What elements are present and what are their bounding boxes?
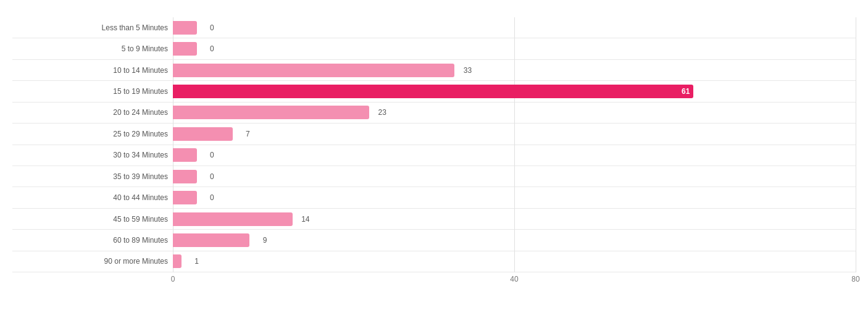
bar-track: 61 xyxy=(173,81,856,101)
bar-label: 20 to 24 Minutes xyxy=(12,108,173,117)
bar-value-label: 0 xyxy=(210,44,214,53)
bar-value-label: 0 xyxy=(210,193,214,202)
chart-container: Less than 5 Minutes05 to 9 Minutes010 to… xyxy=(0,0,868,323)
x-axis-label: 80 xyxy=(851,275,859,283)
bar-fill: 61 xyxy=(173,85,693,98)
x-axis-label: 40 xyxy=(510,275,518,283)
bar-row: 45 to 59 Minutes14 xyxy=(12,209,856,230)
bar-fill: 23 xyxy=(173,106,369,119)
bar-fill: 33 xyxy=(173,64,454,77)
bar-label: 15 to 19 Minutes xyxy=(12,87,173,96)
bar-value-label: 0 xyxy=(210,172,214,181)
bar-track: 23 xyxy=(173,103,856,123)
bar-fill: 7 xyxy=(173,127,233,141)
bar-fill: 0 xyxy=(173,42,197,56)
bar-value-label: 23 xyxy=(378,108,386,117)
bar-row: 35 to 39 Minutes0 xyxy=(12,166,856,187)
bars-area: Less than 5 Minutes05 to 9 Minutes010 to… xyxy=(12,17,856,272)
bar-track: 7 xyxy=(173,124,856,144)
bar-fill: 0 xyxy=(173,191,197,204)
bar-label: 25 to 29 Minutes xyxy=(12,130,173,138)
bar-row: 90 or more Minutes1 xyxy=(12,251,856,272)
bar-fill: 0 xyxy=(173,148,197,162)
bar-label: 35 to 39 Minutes xyxy=(12,172,173,181)
bar-fill: 1 xyxy=(173,254,182,268)
bar-track: 9 xyxy=(173,230,856,250)
bar-label: 30 to 34 Minutes xyxy=(12,151,173,159)
grid-line xyxy=(856,17,856,272)
bar-fill: 9 xyxy=(173,233,249,247)
bar-track: 0 xyxy=(173,17,856,38)
bar-value-label: 0 xyxy=(210,23,214,32)
bar-row: 30 to 34 Minutes0 xyxy=(12,145,856,166)
bar-fill: 0 xyxy=(173,170,197,183)
bar-row: 40 to 44 Minutes0 xyxy=(12,187,856,208)
bar-fill: 14 xyxy=(173,212,293,226)
bar-label: 45 to 59 Minutes xyxy=(12,215,173,224)
bar-label: 10 to 14 Minutes xyxy=(12,66,173,75)
bar-label: 60 to 89 Minutes xyxy=(12,236,173,245)
bar-row: 5 to 9 Minutes0 xyxy=(12,38,856,59)
bar-value-label: 0 xyxy=(210,151,214,159)
bar-value-label: 7 xyxy=(246,130,250,138)
bar-label: 5 to 9 Minutes xyxy=(12,44,173,53)
bar-value-label: 33 xyxy=(464,66,472,75)
bar-row: 10 to 14 Minutes33 xyxy=(12,60,856,81)
bar-track: 1 xyxy=(173,251,856,272)
chart-body: Less than 5 Minutes05 to 9 Minutes010 to… xyxy=(12,17,856,275)
bar-value-label: 61 xyxy=(682,87,690,96)
bar-row: 25 to 29 Minutes7 xyxy=(12,124,856,145)
bar-label: 90 or more Minutes xyxy=(12,257,173,266)
bar-row: Less than 5 Minutes0 xyxy=(12,17,856,38)
bar-track: 14 xyxy=(173,209,856,229)
bar-fill: 0 xyxy=(173,21,197,35)
bar-label: 40 to 44 Minutes xyxy=(12,193,173,202)
bar-track: 33 xyxy=(173,60,856,80)
bar-track: 0 xyxy=(173,145,856,166)
bar-track: 0 xyxy=(173,187,856,208)
bar-track: 0 xyxy=(173,38,856,59)
bar-value-label: 14 xyxy=(301,215,309,224)
bar-label: Less than 5 Minutes xyxy=(12,23,173,32)
bar-value-label: 1 xyxy=(194,257,199,266)
bar-track: 0 xyxy=(173,166,856,187)
bar-value-label: 9 xyxy=(263,236,267,245)
bar-row: 60 to 89 Minutes9 xyxy=(12,230,856,251)
x-axis-label: 0 xyxy=(171,275,175,283)
bar-row: 15 to 19 Minutes61 xyxy=(12,81,856,102)
bar-row: 20 to 24 Minutes23 xyxy=(12,103,856,124)
